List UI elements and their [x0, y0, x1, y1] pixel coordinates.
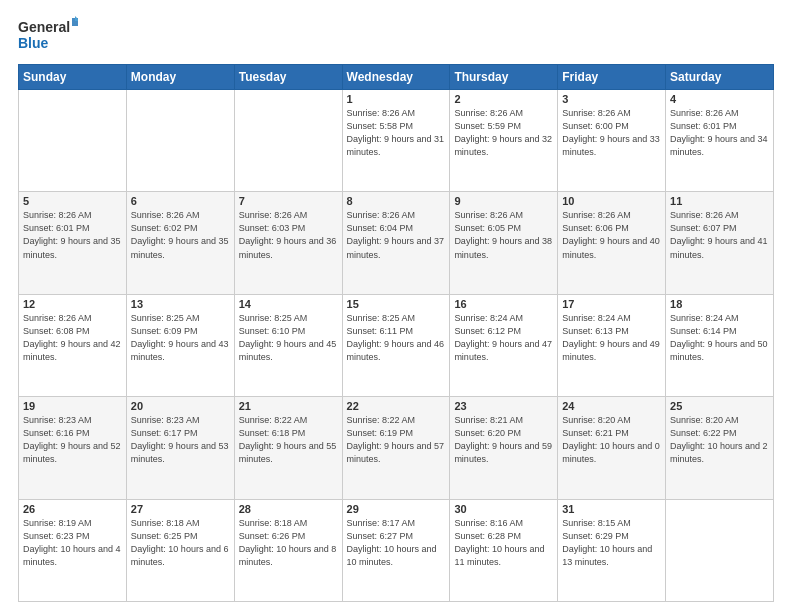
day-cell: 4Sunrise: 8:26 AMSunset: 6:01 PMDaylight…: [666, 90, 774, 192]
day-cell: 14Sunrise: 8:25 AMSunset: 6:10 PMDayligh…: [234, 294, 342, 396]
day-cell: 27Sunrise: 8:18 AMSunset: 6:25 PMDayligh…: [126, 499, 234, 601]
day-number: 16: [454, 298, 553, 310]
day-cell: 17Sunrise: 8:24 AMSunset: 6:13 PMDayligh…: [558, 294, 666, 396]
day-cell: 1Sunrise: 8:26 AMSunset: 5:58 PMDaylight…: [342, 90, 450, 192]
logo: General Blue: [18, 16, 78, 54]
day-number: 9: [454, 195, 553, 207]
day-info: Sunrise: 8:18 AMSunset: 6:25 PMDaylight:…: [131, 517, 230, 569]
day-info: Sunrise: 8:26 AMSunset: 6:07 PMDaylight:…: [670, 209, 769, 261]
day-number: 17: [562, 298, 661, 310]
day-cell: 7Sunrise: 8:26 AMSunset: 6:03 PMDaylight…: [234, 192, 342, 294]
day-info: Sunrise: 8:22 AMSunset: 6:18 PMDaylight:…: [239, 414, 338, 466]
day-info: Sunrise: 8:15 AMSunset: 6:29 PMDaylight:…: [562, 517, 661, 569]
day-number: 24: [562, 400, 661, 412]
day-cell: 24Sunrise: 8:20 AMSunset: 6:21 PMDayligh…: [558, 397, 666, 499]
day-number: 19: [23, 400, 122, 412]
day-info: Sunrise: 8:26 AMSunset: 6:04 PMDaylight:…: [347, 209, 446, 261]
weekday-header-tuesday: Tuesday: [234, 65, 342, 90]
day-cell: 15Sunrise: 8:25 AMSunset: 6:11 PMDayligh…: [342, 294, 450, 396]
week-row-4: 19Sunrise: 8:23 AMSunset: 6:16 PMDayligh…: [19, 397, 774, 499]
svg-text:Blue: Blue: [18, 35, 49, 51]
day-info: Sunrise: 8:25 AMSunset: 6:11 PMDaylight:…: [347, 312, 446, 364]
weekday-header-saturday: Saturday: [666, 65, 774, 90]
day-info: Sunrise: 8:26 AMSunset: 5:58 PMDaylight:…: [347, 107, 446, 159]
day-info: Sunrise: 8:26 AMSunset: 5:59 PMDaylight:…: [454, 107, 553, 159]
day-number: 21: [239, 400, 338, 412]
day-info: Sunrise: 8:20 AMSunset: 6:22 PMDaylight:…: [670, 414, 769, 466]
day-cell: 5Sunrise: 8:26 AMSunset: 6:01 PMDaylight…: [19, 192, 127, 294]
day-info: Sunrise: 8:19 AMSunset: 6:23 PMDaylight:…: [23, 517, 122, 569]
weekday-header-monday: Monday: [126, 65, 234, 90]
day-info: Sunrise: 8:22 AMSunset: 6:19 PMDaylight:…: [347, 414, 446, 466]
day-number: 4: [670, 93, 769, 105]
day-number: 11: [670, 195, 769, 207]
day-cell: 28Sunrise: 8:18 AMSunset: 6:26 PMDayligh…: [234, 499, 342, 601]
day-info: Sunrise: 8:18 AMSunset: 6:26 PMDaylight:…: [239, 517, 338, 569]
day-number: 29: [347, 503, 446, 515]
day-cell: 30Sunrise: 8:16 AMSunset: 6:28 PMDayligh…: [450, 499, 558, 601]
weekday-header-friday: Friday: [558, 65, 666, 90]
day-cell: 8Sunrise: 8:26 AMSunset: 6:04 PMDaylight…: [342, 192, 450, 294]
weekday-header-row: SundayMondayTuesdayWednesdayThursdayFrid…: [19, 65, 774, 90]
day-cell: 25Sunrise: 8:20 AMSunset: 6:22 PMDayligh…: [666, 397, 774, 499]
day-cell: 9Sunrise: 8:26 AMSunset: 6:05 PMDaylight…: [450, 192, 558, 294]
day-number: 30: [454, 503, 553, 515]
day-number: 20: [131, 400, 230, 412]
day-number: 2: [454, 93, 553, 105]
day-info: Sunrise: 8:16 AMSunset: 6:28 PMDaylight:…: [454, 517, 553, 569]
day-info: Sunrise: 8:23 AMSunset: 6:17 PMDaylight:…: [131, 414, 230, 466]
day-cell: [666, 499, 774, 601]
day-cell: 22Sunrise: 8:22 AMSunset: 6:19 PMDayligh…: [342, 397, 450, 499]
day-number: 10: [562, 195, 661, 207]
weekday-header-thursday: Thursday: [450, 65, 558, 90]
day-info: Sunrise: 8:26 AMSunset: 6:00 PMDaylight:…: [562, 107, 661, 159]
day-number: 7: [239, 195, 338, 207]
week-row-3: 12Sunrise: 8:26 AMSunset: 6:08 PMDayligh…: [19, 294, 774, 396]
day-info: Sunrise: 8:26 AMSunset: 6:05 PMDaylight:…: [454, 209, 553, 261]
day-info: Sunrise: 8:24 AMSunset: 6:13 PMDaylight:…: [562, 312, 661, 364]
day-number: 25: [670, 400, 769, 412]
day-number: 27: [131, 503, 230, 515]
day-cell: 11Sunrise: 8:26 AMSunset: 6:07 PMDayligh…: [666, 192, 774, 294]
day-info: Sunrise: 8:25 AMSunset: 6:09 PMDaylight:…: [131, 312, 230, 364]
svg-text:General: General: [18, 19, 70, 35]
day-cell: 12Sunrise: 8:26 AMSunset: 6:08 PMDayligh…: [19, 294, 127, 396]
day-info: Sunrise: 8:26 AMSunset: 6:03 PMDaylight:…: [239, 209, 338, 261]
day-number: 6: [131, 195, 230, 207]
day-number: 18: [670, 298, 769, 310]
day-cell: 10Sunrise: 8:26 AMSunset: 6:06 PMDayligh…: [558, 192, 666, 294]
day-cell: 21Sunrise: 8:22 AMSunset: 6:18 PMDayligh…: [234, 397, 342, 499]
day-number: 22: [347, 400, 446, 412]
week-row-1: 1Sunrise: 8:26 AMSunset: 5:58 PMDaylight…: [19, 90, 774, 192]
day-cell: 6Sunrise: 8:26 AMSunset: 6:02 PMDaylight…: [126, 192, 234, 294]
day-number: 14: [239, 298, 338, 310]
calendar: SundayMondayTuesdayWednesdayThursdayFrid…: [18, 64, 774, 602]
logo-icon: General Blue: [18, 16, 78, 54]
day-info: Sunrise: 8:17 AMSunset: 6:27 PMDaylight:…: [347, 517, 446, 569]
day-number: 15: [347, 298, 446, 310]
day-info: Sunrise: 8:20 AMSunset: 6:21 PMDaylight:…: [562, 414, 661, 466]
day-info: Sunrise: 8:26 AMSunset: 6:06 PMDaylight:…: [562, 209, 661, 261]
day-number: 1: [347, 93, 446, 105]
day-number: 5: [23, 195, 122, 207]
day-info: Sunrise: 8:24 AMSunset: 6:12 PMDaylight:…: [454, 312, 553, 364]
day-info: Sunrise: 8:26 AMSunset: 6:08 PMDaylight:…: [23, 312, 122, 364]
day-info: Sunrise: 8:24 AMSunset: 6:14 PMDaylight:…: [670, 312, 769, 364]
day-cell: 16Sunrise: 8:24 AMSunset: 6:12 PMDayligh…: [450, 294, 558, 396]
day-cell: 18Sunrise: 8:24 AMSunset: 6:14 PMDayligh…: [666, 294, 774, 396]
day-info: Sunrise: 8:23 AMSunset: 6:16 PMDaylight:…: [23, 414, 122, 466]
weekday-header-wednesday: Wednesday: [342, 65, 450, 90]
day-cell: 31Sunrise: 8:15 AMSunset: 6:29 PMDayligh…: [558, 499, 666, 601]
day-cell: 29Sunrise: 8:17 AMSunset: 6:27 PMDayligh…: [342, 499, 450, 601]
day-info: Sunrise: 8:26 AMSunset: 6:02 PMDaylight:…: [131, 209, 230, 261]
day-number: 26: [23, 503, 122, 515]
day-info: Sunrise: 8:26 AMSunset: 6:01 PMDaylight:…: [670, 107, 769, 159]
day-cell: 20Sunrise: 8:23 AMSunset: 6:17 PMDayligh…: [126, 397, 234, 499]
day-number: 12: [23, 298, 122, 310]
week-row-5: 26Sunrise: 8:19 AMSunset: 6:23 PMDayligh…: [19, 499, 774, 601]
day-cell: 2Sunrise: 8:26 AMSunset: 5:59 PMDaylight…: [450, 90, 558, 192]
day-cell: 23Sunrise: 8:21 AMSunset: 6:20 PMDayligh…: [450, 397, 558, 499]
day-info: Sunrise: 8:21 AMSunset: 6:20 PMDaylight:…: [454, 414, 553, 466]
day-number: 23: [454, 400, 553, 412]
day-number: 8: [347, 195, 446, 207]
